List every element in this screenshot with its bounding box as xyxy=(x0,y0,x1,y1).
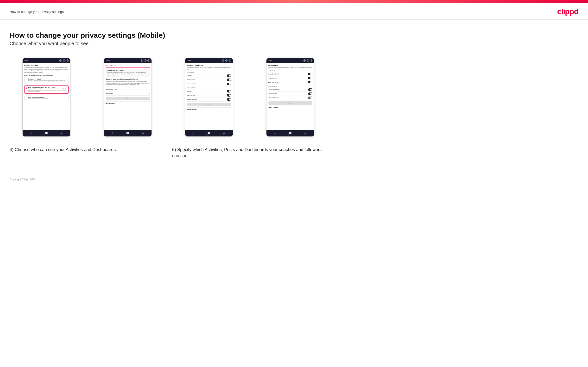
bottom-nav-3: ⌂ Home 📈 My Performance ☰ Menu xyxy=(185,130,233,136)
save-btn-4[interactable]: Save xyxy=(268,101,312,105)
search-icon-2[interactable]: 🔍 xyxy=(141,59,143,62)
privacy-controls-tab[interactable]: Privacy Controls xyxy=(106,64,119,67)
nav-menu-4[interactable]: ☰ Menu xyxy=(298,132,313,135)
menu-icon-1: ☰ xyxy=(61,132,62,134)
back-button-3[interactable]: ‹ Back xyxy=(187,60,191,61)
coaches-round-insights-label: Round Insights xyxy=(268,77,277,79)
profile-icon-1[interactable]: 👤 xyxy=(63,59,65,62)
settings-icon-1[interactable]: ⚙ xyxy=(66,59,69,62)
nav-menu-1[interactable]: ☰ Menu xyxy=(54,132,69,135)
save-btn-2[interactable]: Save xyxy=(106,97,150,100)
followers-player-dashboard-label: Player Dashboard xyxy=(268,89,279,90)
nav-home-4[interactable]: ⌂ Home xyxy=(268,132,283,135)
followers-manual-label: Manual Activities xyxy=(187,99,197,100)
coaches-round-insights-toggle[interactable] xyxy=(308,77,312,79)
show-hide-text: Regardless of the privacy controls that … xyxy=(106,81,150,86)
phone-screen-2: ‹ Back 🔍 👤 ⚙ Privacy Controls Only You a… xyxy=(91,58,164,137)
search-icon-3[interactable]: 🔍 xyxy=(222,59,224,62)
nav-performance-4[interactable]: 📈 My Performance xyxy=(283,132,298,135)
help-title-4: Help & Support xyxy=(268,107,312,108)
captions-row: 4) Choose who can see your Activities an… xyxy=(10,142,327,159)
help-section-2: Help & Support xyxy=(106,101,150,104)
profile-icon-4[interactable]: 👤 xyxy=(307,59,309,62)
followers-round-insights-toggle[interactable] xyxy=(308,92,312,95)
coaches-player-dashboard-toggle[interactable] xyxy=(308,73,312,75)
followers-drills-toggle[interactable] xyxy=(227,94,231,97)
bottom-nav-2: ⌂ Home 📈 My Performance ☰ Menu xyxy=(104,130,152,136)
phone-body-4: Dashboards Select the dashboards that yo… xyxy=(267,63,314,130)
back-button-2[interactable]: ‹ Back xyxy=(106,60,110,61)
performance-label-2: My Performance xyxy=(124,134,131,135)
privacy-controls-title: Privacy Controls xyxy=(24,64,69,66)
settings-icon-2[interactable]: ⚙ xyxy=(147,59,150,62)
phone-topbar-2: ‹ Back 🔍 👤 ⚙ xyxy=(104,58,152,63)
home-label-4: Home xyxy=(274,134,276,135)
coaches-player-dashboard-label: Player Dashboard xyxy=(268,73,279,75)
bottom-nav-1: ⌂ Home 📈 My Performance ☰ Menu xyxy=(23,130,70,136)
dashboards-chevron-icon: › xyxy=(149,92,150,94)
back-button-1[interactable]: ‹ Back xyxy=(24,60,28,61)
coaches-what-to-work-toggle[interactable] xyxy=(308,81,312,83)
coaches-drills-toggle[interactable] xyxy=(227,79,231,81)
followers-drills-row: Practice Drills xyxy=(187,93,231,98)
dashboards-row[interactable]: Dashboards › xyxy=(106,91,150,96)
nav-home-3[interactable]: ⌂ Home xyxy=(186,132,201,135)
activities-chevron-icon: › xyxy=(149,88,150,90)
followers-rounds-toggle[interactable] xyxy=(227,90,231,92)
followers-what-to-work-toggle[interactable] xyxy=(308,97,312,99)
dashboards-label: Dashboards xyxy=(106,93,113,94)
followers-manual-row: Manual Activities xyxy=(187,98,231,102)
coaches-rounds-toggle[interactable] xyxy=(227,75,231,77)
option-approved-followers[interactable]: Only Approved Followers and Your Coach O… xyxy=(24,85,69,94)
save-btn-3[interactable]: Save xyxy=(187,103,231,106)
coaches-rounds-label: Rounds xyxy=(187,75,191,76)
dashboards-desc: Select the dashboards that you'd like to… xyxy=(268,67,312,69)
back-chevron-icon-3: ‹ xyxy=(187,60,187,61)
phone-body-3: Activities and Posts Select the types of… xyxy=(185,63,233,130)
phone-screen-3: ‹ Back 🔍 👤 ⚙ Activities and Posts Select… xyxy=(172,58,246,137)
nav-performance-1[interactable]: 📈 My Performance xyxy=(39,132,54,135)
coaches-manual-toggle[interactable] xyxy=(227,83,231,85)
topbar-icons-2: 🔍 👤 ⚙ xyxy=(141,59,150,62)
search-icon-4[interactable]: 🔍 xyxy=(303,59,306,62)
nav-menu-3[interactable]: ☰ Menu xyxy=(217,132,232,135)
back-label-1: Back xyxy=(25,60,28,61)
tab-bar-2: Privacy Controls xyxy=(106,64,150,67)
help-title-2: Help & Support xyxy=(106,103,150,104)
settings-icon-4[interactable]: ⚙ xyxy=(310,59,312,62)
profile-icon-2[interactable]: 👤 xyxy=(144,59,147,62)
nav-performance-2[interactable]: 📈 My Performance xyxy=(120,132,135,135)
coaches-what-to-work-label: What To Work On xyxy=(268,81,278,83)
nav-menu-2[interactable]: ☰ Menu xyxy=(135,132,151,135)
radio-only-you[interactable] xyxy=(26,97,27,99)
settings-icon-3[interactable]: ⚙ xyxy=(229,59,231,62)
option-only-you[interactable]: Only You and Your Coach Only you and the… xyxy=(24,95,69,101)
option-everyone[interactable]: Everyone on Clippd Everyone on Clippd ca… xyxy=(24,77,69,84)
radio-approved[interactable] xyxy=(26,87,27,89)
page-title: How to change your privacy settings (Mob… xyxy=(10,31,327,39)
followers-section-label-3: FOLLOWERS xyxy=(187,87,231,89)
clippd-logo: clippd xyxy=(557,7,578,16)
nav-performance-3[interactable]: 📈 My Performance xyxy=(201,132,216,135)
topbar-icons-3: 🔍 👤 ⚙ xyxy=(222,59,231,62)
followers-round-insights-label: Round Insights xyxy=(268,93,277,94)
profile-icon-3[interactable]: 👤 xyxy=(225,59,228,62)
screenshots-grid: ‹ Back 🔍 👤 ⚙ Privacy Controls Control ho… xyxy=(10,58,327,137)
followers-player-dashboard-row: Player Dashboard xyxy=(268,88,312,92)
followers-player-dashboard-toggle[interactable] xyxy=(308,88,312,91)
nav-home-2[interactable]: ⌂ Home xyxy=(105,132,120,135)
activities-posts-row[interactable]: Activities and Posts › xyxy=(106,87,150,91)
main-content: How to change your privacy settings (Mob… xyxy=(0,20,337,173)
topbar-icons-1: 🔍 👤 ⚙ xyxy=(59,59,69,62)
caption-step4-cell: 4) Choose who can see your Activities an… xyxy=(10,142,164,159)
activities-posts-label: Activities and Posts xyxy=(106,88,117,90)
phone-mockup-4: ‹ Back 🔍 👤 ⚙ Dashboards Select the dashb… xyxy=(266,58,314,137)
search-icon-1[interactable]: 🔍 xyxy=(59,59,62,62)
radio-everyone[interactable] xyxy=(26,79,27,80)
back-button-4[interactable]: ‹ Back xyxy=(268,60,272,61)
followers-what-to-work-row: What To Work On xyxy=(268,96,312,100)
caption-step4: 4) Choose who can see your Activities an… xyxy=(10,147,117,153)
followers-manual-toggle[interactable] xyxy=(227,98,231,101)
back-chevron-icon-4: ‹ xyxy=(268,60,269,61)
nav-home-1[interactable]: ⌂ Home xyxy=(24,132,39,135)
